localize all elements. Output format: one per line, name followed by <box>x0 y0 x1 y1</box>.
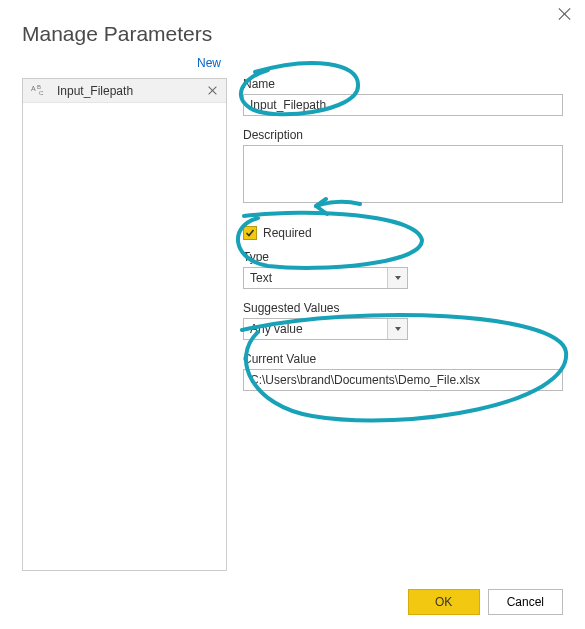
type-select[interactable]: Text <box>243 267 408 289</box>
suggested-values-label: Suggested Values <box>243 301 563 315</box>
dialog-footer: OK Cancel <box>408 589 563 615</box>
current-value-input[interactable] <box>243 369 563 391</box>
current-value-label: Current Value <box>243 352 563 366</box>
parameter-list-column: New A B C Input_Filepath <box>22 56 227 571</box>
abc-parameter-icon: A B C <box>31 83 51 99</box>
type-label: Type <box>243 250 563 264</box>
suggested-values-select[interactable]: Any value <box>243 318 408 340</box>
parameter-list: A B C Input_Filepath <box>22 78 227 571</box>
required-checkbox[interactable] <box>243 226 257 240</box>
required-label: Required <box>263 226 312 240</box>
description-input[interactable] <box>243 145 563 203</box>
svg-text:C: C <box>39 90 44 96</box>
parameter-item-label: Input_Filepath <box>57 84 206 98</box>
dialog-title: Manage Parameters <box>0 0 585 46</box>
parameter-form: Name Description Required Type Text <box>227 56 563 403</box>
close-icon[interactable] <box>557 6 573 22</box>
ok-button[interactable]: OK <box>408 589 480 615</box>
manage-parameters-dialog: Manage Parameters New A B C Input_Filepa… <box>0 0 585 629</box>
svg-text:A: A <box>31 85 36 92</box>
delete-parameter-icon[interactable] <box>206 84 220 98</box>
name-label: Name <box>243 77 563 91</box>
parameter-list-item[interactable]: A B C Input_Filepath <box>23 79 226 103</box>
name-input[interactable] <box>243 94 563 116</box>
new-parameter-link[interactable]: New <box>197 56 221 70</box>
description-label: Description <box>243 128 563 142</box>
cancel-button[interactable]: Cancel <box>488 589 563 615</box>
